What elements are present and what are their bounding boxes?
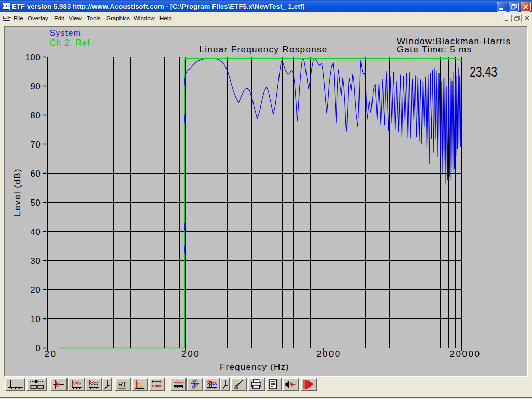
svg-text:30: 30 [31, 256, 41, 265]
svg-text:0: 0 [36, 343, 41, 353]
svg-text:Linear Frequency Response: Linear Frequency Response [199, 45, 327, 55]
svg-text:Frequency (Hz): Frequency (Hz) [220, 362, 289, 372]
svg-text:Level (dB): Level (dB) [12, 168, 22, 216]
svg-text:90: 90 [31, 82, 41, 91]
svg-text:10: 10 [31, 314, 41, 324]
svg-text:Ch 2. Ref: Ch 2. Ref [50, 38, 90, 47]
svg-text:200: 200 [181, 349, 200, 359]
svg-text:2000: 2000 [316, 349, 341, 359]
svg-text:60: 60 [31, 169, 41, 178]
svg-text:Gate Time: 5 ms: Gate Time: 5 ms [397, 45, 472, 55]
svg-text:20: 20 [45, 349, 57, 359]
svg-text:80: 80 [31, 111, 41, 120]
svg-text:RT: RT [118, 380, 126, 389]
svg-text:20000: 20000 [450, 349, 481, 359]
svg-text:23.43: 23.43 [470, 63, 497, 79]
svg-text:40: 40 [31, 227, 41, 236]
svg-text:70: 70 [31, 140, 41, 149]
svg-text:20: 20 [31, 285, 41, 295]
svg-text:50: 50 [31, 198, 41, 207]
svg-text:System: System [50, 29, 82, 37]
svg-text:100: 100 [25, 52, 41, 62]
